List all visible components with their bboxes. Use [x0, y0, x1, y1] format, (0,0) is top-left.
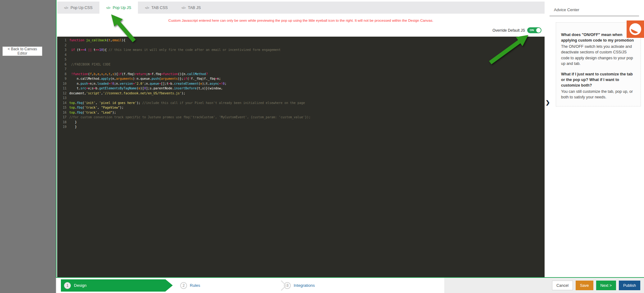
code-line: 12document,'script','//connect.facebook.…: [57, 91, 545, 96]
line-number: 10: [57, 81, 66, 86]
code-text: top.fbq('track', "PageView");: [69, 105, 124, 110]
footer-accent-line: [56, 277, 644, 278]
line-number: 18: [57, 120, 66, 125]
code-line: 2: [57, 43, 545, 48]
line-number: 6: [57, 62, 66, 67]
code-line: 6 //FAECBOOK PIXEL CODE: [57, 62, 545, 67]
code-line: 1function ju_callback(t,email){: [57, 38, 545, 43]
line-number: 5: [57, 57, 66, 62]
save-button[interactable]: Save: [576, 281, 593, 290]
code-line: 15top.fbq('track', "PageView");: [57, 105, 545, 110]
advice-answer: The ON/OFF switch lets you activate and …: [561, 44, 636, 66]
code-line: 8 !function(f,b,e,v,n,t,s){if(f.fbq)retu…: [57, 72, 545, 77]
back-to-canvas-button[interactable]: < Back to Canvas Editor: [2, 47, 42, 56]
step-label: Rules: [190, 283, 200, 288]
line-number: 12: [57, 91, 66, 96]
code-text: if (t==4 || t==10){ // this line means i…: [69, 47, 281, 52]
line-number: 11: [57, 86, 66, 91]
code-icon: </>: [64, 6, 68, 10]
advice-question: What does "ON/OFF" mean when applying cu…: [561, 32, 636, 43]
line-number: 4: [57, 52, 66, 57]
code-text: function ju_callback(t,email){: [69, 38, 126, 43]
code-line: 5: [57, 57, 545, 62]
code-line: 7: [57, 67, 545, 72]
step-integrations[interactable]: 3Integrations: [284, 282, 315, 289]
code-line: 4: [57, 52, 545, 57]
code-text: }: [69, 120, 77, 125]
code-line: 14top.fbq('init', 'pixel id goes here');…: [57, 101, 545, 106]
line-number: 2: [57, 43, 66, 48]
line-number: 3: [57, 47, 66, 52]
override-toggle-label: Override Default JS: [492, 28, 525, 33]
code-tab-bar: </>Pop Up CSS</>Pop Up JS</>TAB CSS</>TA…: [57, 2, 545, 14]
code-text: top.fbq('init', 'pixel id goes here'); /…: [69, 101, 305, 106]
code-text: //FAECBOOK PIXEL CODE: [69, 62, 110, 67]
step-label: Integrations: [294, 283, 315, 288]
override-toggle-row: Override Default JS ON: [492, 27, 541, 33]
tab-tab-js[interactable]: </>TAB JS: [175, 2, 208, 14]
toggle-knob[interactable]: [536, 28, 541, 33]
code-line: 16top.fbq('track', "Lead");: [57, 110, 545, 115]
advice-question: What if I just want to customize the tab…: [561, 71, 636, 88]
code-line: 18 }: [57, 120, 545, 125]
code-line: 13: [57, 96, 545, 101]
advice-collapse-arrow-icon[interactable]: ❯: [546, 99, 550, 106]
tab-label: TAB CSS: [151, 6, 168, 10]
step-label: Design: [74, 283, 86, 288]
line-number: 14: [57, 101, 66, 106]
code-text: !function(f,b,e,v,n,t,s){if(f.fbq)return…: [69, 72, 208, 77]
line-number: 16: [57, 110, 66, 115]
tab-label: Pop Up CSS: [71, 6, 93, 10]
footer-bar: 1Design2Rules3Integrations CancelSaveNex…: [56, 278, 644, 293]
line-number: 9: [57, 76, 66, 81]
code-line: 11 t.src=v;s=b.getElementsByTagName(e)[0…: [57, 86, 545, 91]
code-text: //for custom conversion track specific t…: [69, 115, 311, 120]
tab-pop-up-css[interactable]: </>Pop Up CSS: [57, 2, 99, 14]
code-line: 19 }: [57, 124, 545, 129]
code-line: 10 n.push=n;n.loaded=!0;n.version='2.0';…: [57, 81, 545, 86]
toggle-state-text: ON: [530, 29, 534, 32]
code-text: n.callMethod.apply(n,arguments):n.queue.…: [69, 76, 221, 81]
code-text: t.src=v;s=b.getElementsByTagName(e)[0];s…: [69, 86, 223, 91]
custom-js-warning-text: Custom Javascript entered here can only …: [57, 19, 545, 22]
code-text: top.fbq('track', "Lead");: [69, 110, 116, 115]
tab-pop-up-js[interactable]: </>Pop Up JS: [99, 2, 138, 14]
left-sidebar: < Back to Canvas Editor: [0, 0, 56, 293]
advice-divider: [550, 16, 639, 16]
tab-label: TAB JS: [188, 6, 201, 10]
cancel-button[interactable]: Cancel: [552, 281, 573, 290]
next-button[interactable]: Next >: [596, 281, 616, 290]
step-design[interactable]: 1Design: [61, 279, 173, 292]
step-number: 2: [180, 282, 187, 289]
step-number: 1: [64, 282, 71, 289]
justuno-logo-icon: [627, 20, 644, 38]
code-text: n.push=n;n.loaded=!0;n.version='2.0';n.q…: [69, 81, 226, 86]
code-line: 3 if (t==4 || t==10){ // this line means…: [57, 47, 545, 52]
main-editor-column: </>Pop Up CSS</>Pop Up JS</>TAB CSS</>TA…: [56, 0, 545, 277]
code-editor[interactable]: 1function ju_callback(t,email){23 if (t=…: [57, 37, 545, 277]
tab-label: Pop Up JS: [113, 6, 131, 10]
line-number: 17: [57, 115, 66, 120]
advice-center-panel: Advice Center ❯ What does "ON/OFF" mean …: [545, 0, 644, 277]
line-number: 7: [57, 67, 66, 72]
code-line: 17//for custom conversion track specific…: [57, 115, 545, 120]
step-progress: 1Design2Rules3Integrations: [57, 278, 444, 293]
line-number: 13: [57, 96, 66, 101]
code-text: document,'script','//connect.facebook.ne…: [69, 91, 185, 96]
code-text: }: [69, 124, 77, 129]
advice-center-title: Advice Center: [554, 7, 644, 12]
line-number: 1: [57, 38, 66, 43]
code-line: 9 n.callMethod.apply(n,arguments):n.queu…: [57, 76, 545, 81]
code-icon: </>: [106, 6, 110, 10]
notice-row: Custom Javascript entered here can only …: [57, 14, 545, 37]
footer-buttons: CancelSaveNext >Publish: [552, 281, 640, 290]
code-icon: </>: [145, 6, 149, 10]
code-icon: </>: [181, 6, 185, 10]
publish-button[interactable]: Publish: [619, 281, 640, 290]
tab-tab-css[interactable]: </>TAB CSS: [138, 2, 174, 14]
advice-answer: You can still customize the tab, pop up,…: [561, 89, 636, 100]
step-rules[interactable]: 2Rules: [180, 282, 200, 289]
override-default-js-toggle[interactable]: ON: [527, 27, 541, 33]
line-number: 8: [57, 72, 66, 77]
line-number: 15: [57, 105, 66, 110]
